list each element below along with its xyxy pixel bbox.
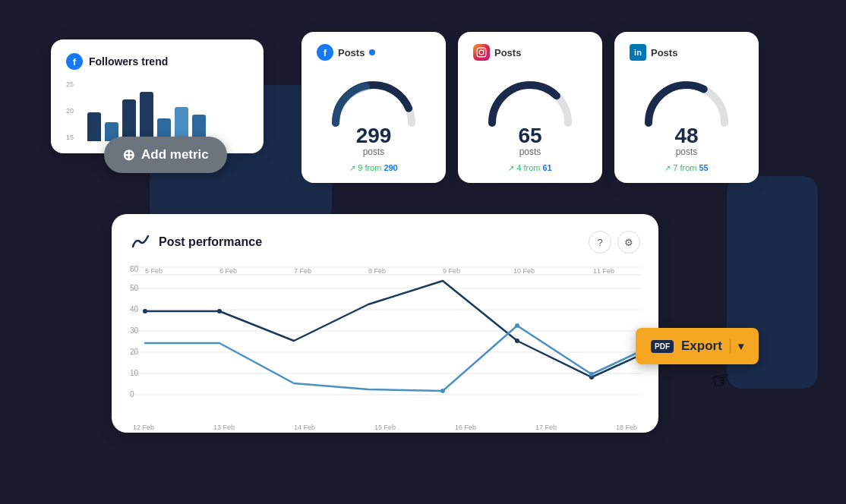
x-label-13feb: 13 Feb xyxy=(213,424,235,431)
x-label-16feb: 16 Feb xyxy=(455,424,476,431)
performance-header: Post performance ? ⚙ xyxy=(130,231,640,254)
followers-card-header: f Followers trend xyxy=(66,53,248,70)
instagram-post-title: Posts xyxy=(494,47,521,58)
svg-rect-0 xyxy=(477,48,486,57)
svg-point-30 xyxy=(440,389,445,393)
facebook-post-icon: f xyxy=(317,44,333,61)
instagram-posts-value: 65 xyxy=(473,125,587,146)
from-value: 290 xyxy=(384,163,397,172)
instagram-posts-card: Posts 65 posts ↗ 4 from 61 xyxy=(458,32,602,183)
svg-point-1 xyxy=(479,50,484,55)
change-arrow-li: ↗ xyxy=(664,164,671,172)
facebook-posts-card: f Posts 299 posts ↗ 9 from 290 xyxy=(301,32,446,183)
svg-text:7 Feb: 7 Feb xyxy=(294,267,311,275)
svg-text:8 Feb: 8 Feb xyxy=(368,267,386,275)
svg-text:50: 50 xyxy=(130,284,139,292)
export-label: Export xyxy=(681,339,722,354)
linkedin-icon: in xyxy=(630,44,646,61)
linkedin-gauge xyxy=(630,70,743,127)
y-label-25: 25 xyxy=(66,80,74,88)
bar-chart: 25 20 15 xyxy=(66,80,248,141)
facebook-posts-change: ↗ 9 from 290 xyxy=(317,163,431,172)
linkedin-posts-change: ↗ 7 from 55 xyxy=(630,163,743,172)
from-value-li: 55 xyxy=(699,163,708,172)
x-label-12feb: 12 Feb xyxy=(133,424,154,431)
linkedin-posts-value: 48 xyxy=(630,125,743,146)
svg-point-2 xyxy=(483,49,485,51)
svg-text:40: 40 xyxy=(130,305,139,313)
plus-icon: ⊕ xyxy=(122,146,135,164)
linkedin-post-title: Posts xyxy=(651,47,677,58)
pdf-badge: PDF xyxy=(651,340,674,353)
change-arrow-ig: ↗ xyxy=(508,164,514,172)
export-button[interactable]: PDF Export ▾ xyxy=(636,328,759,364)
help-button[interactable]: ? xyxy=(589,231,611,254)
svg-text:20: 20 xyxy=(130,348,139,356)
change-value-ig: 4 xyxy=(516,163,521,172)
instagram-post-header: Posts xyxy=(473,44,587,61)
post-performance-card: Post performance ? ⚙ 0 10 xyxy=(112,214,658,433)
performance-title: Post performance xyxy=(159,235,262,249)
svg-point-31 xyxy=(515,323,519,328)
from-text: from xyxy=(365,163,381,172)
svg-text:10 Feb: 10 Feb xyxy=(513,267,535,275)
facebook-gauge xyxy=(317,70,431,127)
x-label-15feb: 15 Feb xyxy=(374,424,396,431)
settings-button[interactable]: ⚙ xyxy=(617,231,640,254)
facebook-post-title: Posts xyxy=(338,47,365,58)
svg-text:30: 30 xyxy=(130,326,139,335)
bar-1 xyxy=(87,112,101,141)
from-text-ig: from xyxy=(523,163,540,172)
facebook-dot xyxy=(369,49,375,55)
line-chart: 0 10 20 30 40 50 60 70 5 Feb 6 Feb 7 Feb… xyxy=(130,266,640,417)
performance-title-area: Post performance xyxy=(130,232,262,253)
change-value-li: 7 xyxy=(673,163,677,172)
from-value-ig: 61 xyxy=(542,163,551,172)
svg-text:0: 0 xyxy=(130,390,134,398)
facebook-post-header: f Posts xyxy=(317,44,431,61)
from-text-li: from xyxy=(680,163,696,172)
svg-point-26 xyxy=(143,309,147,313)
instagram-icon xyxy=(473,44,490,61)
x-label-17feb: 17 Feb xyxy=(535,424,557,431)
instagram-posts-unit: posts xyxy=(473,146,587,157)
svg-text:60: 60 xyxy=(130,266,139,273)
performance-chart-icon xyxy=(130,232,151,253)
instagram-posts-change: ↗ 4 from 61 xyxy=(473,163,587,172)
chevron-down-icon: ▾ xyxy=(738,340,743,352)
linkedin-posts-unit: posts xyxy=(630,146,743,157)
bar-4 xyxy=(140,92,153,141)
svg-text:11 Feb: 11 Feb xyxy=(593,267,614,275)
facebook-icon: f xyxy=(66,53,83,70)
y-axis: 25 20 15 xyxy=(66,80,74,141)
followers-card-title: Followers trend xyxy=(89,55,168,68)
linkedin-post-header: in Posts xyxy=(630,44,743,61)
facebook-posts-unit: posts xyxy=(317,146,431,157)
svg-text:6 Feb: 6 Feb xyxy=(219,267,237,275)
svg-point-28 xyxy=(515,339,519,343)
svg-text:5 Feb: 5 Feb xyxy=(145,267,163,275)
instagram-gauge xyxy=(473,70,587,127)
x-label-18feb: 18 Feb xyxy=(616,424,637,431)
change-value: 9 xyxy=(358,163,362,172)
add-metric-label: Add metric xyxy=(141,147,209,162)
posts-cards-area: f Posts 299 posts ↗ 9 from 290 xyxy=(301,32,759,183)
svg-point-32 xyxy=(589,372,594,376)
linkedin-posts-card: in Posts 48 posts ↗ 7 from 55 xyxy=(614,32,759,183)
y-label-15: 15 xyxy=(66,134,74,141)
svg-text:9 Feb: 9 Feb xyxy=(443,267,460,275)
x-label-14feb: 14 Feb xyxy=(294,424,315,431)
add-metric-button[interactable]: ⊕ Add metric xyxy=(104,137,227,173)
change-arrow: ↗ xyxy=(349,164,355,172)
svg-point-27 xyxy=(217,309,222,313)
y-label-20: 20 xyxy=(66,107,74,115)
export-divider xyxy=(730,339,731,354)
svg-text:10: 10 xyxy=(130,369,139,377)
performance-controls: ? ⚙ xyxy=(589,231,640,254)
bar-3 xyxy=(122,99,136,141)
facebook-posts-value: 299 xyxy=(317,125,431,146)
